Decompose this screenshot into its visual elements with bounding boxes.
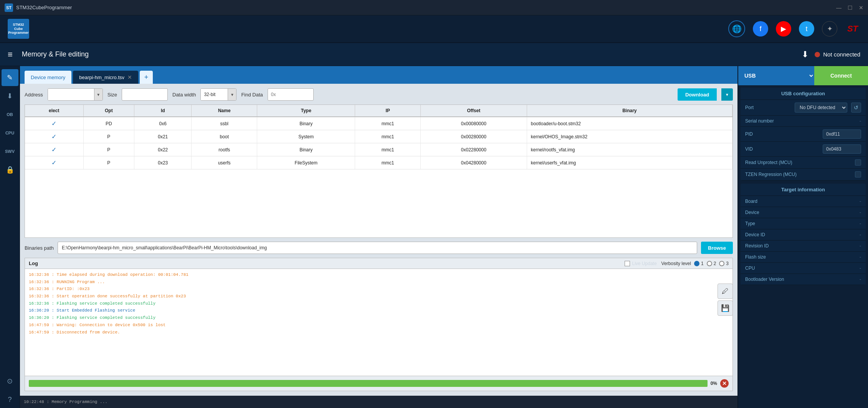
vid-input[interactable] — [823, 144, 861, 154]
sidebar-item-tools[interactable]: ⊙ — [2, 373, 18, 390]
target-field-value: - — [860, 277, 861, 282]
clear-log-button[interactable]: 🖊 — [718, 284, 733, 299]
facebook-icon[interactable]: f — [753, 21, 768, 36]
download-dropdown-button[interactable]: ▼ — [721, 88, 733, 101]
read-unprotect-label: Read Unprotect (MCU) — [745, 160, 851, 165]
verbosity-1-radio[interactable] — [694, 261, 699, 266]
tab-add-button[interactable]: + — [140, 71, 153, 84]
menu-button[interactable]: ≡ — [8, 50, 13, 60]
bottom-strip: 10:22:48 : Memory Programming ... — [20, 396, 737, 408]
toolbar: Address ▼ Size Data width 32-bit ▼ Find … — [25, 88, 733, 101]
serial-number-value: - — [860, 118, 861, 124]
verbosity-3-radio[interactable] — [719, 261, 724, 266]
target-field-label: Type — [745, 221, 856, 226]
sidebar-item-swv[interactable]: SWV — [2, 143, 18, 160]
cell-ip: mmc1 — [355, 117, 421, 130]
col-opt: Opt — [83, 105, 134, 117]
target-field-value: - — [860, 265, 861, 271]
log-line: 16:32:36 : RUNNING Program ... — [29, 279, 729, 286]
port-row: Port No DFU detected ↺ — [741, 100, 866, 116]
address-label: Address — [25, 92, 43, 98]
maximize-button[interactable]: ☐ — [848, 5, 853, 11]
cell-type: Binary — [257, 117, 355, 130]
cell-id: 0x22 — [134, 143, 192, 156]
browse-button[interactable]: Browse — [701, 242, 733, 254]
logo-area: STM32 Cube Programmer — [8, 19, 29, 39]
target-field-row: Bootloader Version - — [741, 274, 866, 285]
table-scroll[interactable]: elect Opt Id Name Type IP Offset Binary — [25, 105, 732, 237]
verbosity-2-radio[interactable] — [707, 261, 712, 266]
port-refresh-button[interactable]: ↺ — [851, 103, 861, 113]
social-icons: 🌐 f ▶ t ✦ ST — [728, 20, 860, 37]
data-width-value[interactable]: 32-bit — [201, 89, 228, 100]
minimize-button[interactable]: — — [836, 5, 842, 11]
tab-close-button[interactable]: ✕ — [127, 74, 132, 80]
table-row: ✓P0x22rootfsBinarymmc10x02280000kernel/r… — [25, 143, 732, 156]
size-input[interactable] — [122, 88, 168, 101]
cell-name: rootfs — [192, 143, 257, 156]
col-id: Id — [134, 105, 192, 117]
logo-text-line3: Programmer — [8, 31, 29, 35]
log-line: 16:47:59 : Disconnected from device. — [29, 329, 729, 336]
tabs-bar: Device memory bearpi-hm_micro.tsv ✕ + — [20, 66, 737, 84]
progress-cancel-button[interactable]: ✕ — [720, 379, 729, 388]
logo-text-line2: Cube — [14, 27, 23, 31]
port-label: Port — [745, 105, 791, 110]
header-download-icon[interactable]: ⬇ — [802, 50, 808, 60]
verbosity-2[interactable]: 2 — [707, 261, 716, 266]
save-log-button[interactable]: 💾 — [718, 300, 733, 316]
cell-id: 0x6 — [134, 117, 192, 130]
col-type: Type — [257, 105, 355, 117]
live-update-checkbox[interactable] — [625, 261, 630, 266]
twitter-icon[interactable]: t — [799, 21, 814, 36]
sidebar-item-cpu[interactable]: CPU — [2, 124, 18, 141]
verbosity-3[interactable]: 3 — [719, 261, 729, 266]
verbosity-1[interactable]: 1 — [694, 261, 704, 266]
find-data-label: Find Data — [241, 92, 263, 98]
status-text: Not connected — [823, 51, 860, 58]
data-width-dropdown-arrow[interactable]: ▼ — [228, 89, 236, 100]
address-input[interactable] — [48, 89, 94, 100]
close-button[interactable]: ✕ — [859, 5, 863, 11]
tzen-regression-checkbox[interactable] — [855, 171, 861, 177]
find-data-input[interactable] — [268, 88, 314, 101]
target-field-row: Device - — [741, 207, 866, 218]
tab-bearpi[interactable]: bearpi-hm_micro.tsv ✕ — [73, 71, 138, 84]
youtube-icon[interactable]: ▶ — [776, 21, 791, 36]
sidebar-item-security[interactable]: 🔒 — [2, 161, 18, 178]
target-field-label: Device ID — [745, 232, 856, 237]
log-header: Log Live Update Verbosity level 1 — [25, 258, 732, 269]
globe-icon[interactable]: 🌐 — [728, 20, 745, 37]
connect-button[interactable]: Connect — [814, 66, 868, 85]
network-icon[interactable]: ✦ — [822, 21, 837, 36]
usb-row: USB Connect — [738, 66, 868, 85]
target-field-label: Flash size — [745, 254, 856, 260]
live-update-label: Live Update — [632, 261, 657, 266]
pid-label: PID — [745, 131, 819, 137]
titlebar: ST STM32CubeProgrammer — ☐ ✕ — [0, 0, 868, 15]
cell-ip: mmc1 — [355, 130, 421, 143]
sidebar-item-download[interactable]: ⬇ — [2, 88, 18, 104]
port-select[interactable]: No DFU detected — [795, 103, 847, 113]
interface-select[interactable]: USB — [738, 66, 814, 85]
binaries-path-input[interactable] — [58, 242, 697, 254]
topbar: STM32 Cube Programmer 🌐 f ▶ t ✦ ST — [0, 15, 868, 43]
tsv-table-container: elect Opt Id Name Type IP Offset Binary — [25, 104, 733, 238]
target-field-row: Flash size - — [741, 252, 866, 263]
pid-input[interactable] — [823, 129, 861, 139]
sidebar-item-ob[interactable]: OB — [2, 106, 18, 123]
sidebar-item-edit[interactable]: ✎ — [2, 69, 18, 86]
cell-type: FileSystem — [257, 156, 355, 169]
table-header-row: elect Opt Id Name Type IP Offset Binary — [25, 105, 732, 117]
sidebar-item-help[interactable]: ? — [2, 391, 18, 408]
address-dropdown-arrow[interactable]: ▼ — [94, 89, 103, 100]
cell-select: ✓ — [25, 143, 83, 156]
tab-device-memory[interactable]: Device memory — [25, 71, 71, 84]
cell-type: Binary — [257, 143, 355, 156]
download-button[interactable]: Download — [678, 88, 717, 101]
serial-number-label: Serial number — [745, 118, 856, 124]
target-fields: Board - Device - Type - Device ID - Revi… — [741, 196, 866, 285]
log-line: 16:47:59 : Warning: Connection to device… — [29, 322, 729, 329]
window-title: STM32CubeProgrammer — [16, 5, 72, 10]
read-unprotect-checkbox[interactable] — [855, 159, 861, 166]
